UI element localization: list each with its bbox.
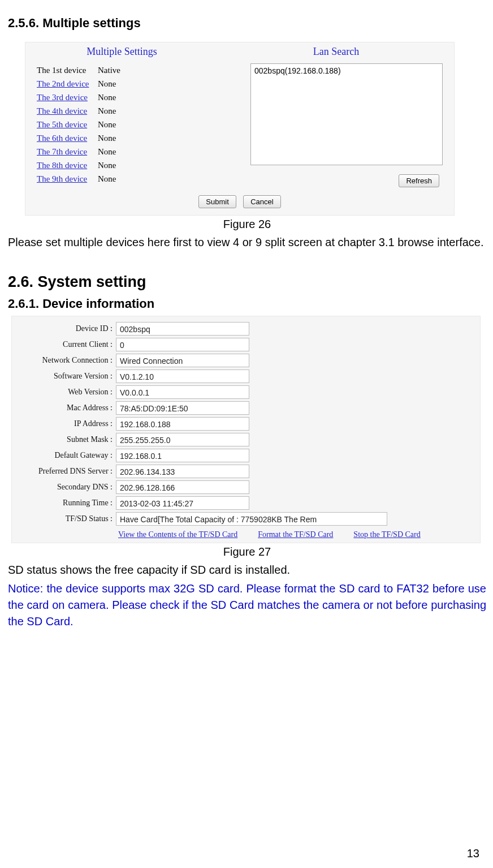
info-row: Running Time :2013-02-03 11:45:27 <box>18 496 474 510</box>
info-label: Device ID : <box>18 324 116 333</box>
device-value: None <box>93 79 116 89</box>
info-label: Web Version : <box>18 388 116 397</box>
device-value: None <box>93 93 116 102</box>
info-label: Running Time : <box>18 499 116 508</box>
sd-status-text: SD status shows the free capacity if SD … <box>8 562 486 578</box>
device-value: None <box>93 147 116 157</box>
device-label[interactable]: The 7th device <box>37 147 93 157</box>
device-row: The 2nd deviceNone <box>37 77 240 91</box>
device-value: Native <box>93 66 120 75</box>
device-label[interactable]: The 5th device <box>37 120 93 130</box>
info-value: V0.1.2.10 <box>116 369 249 383</box>
figure-26-description: Please set multiple devices here first t… <box>8 234 486 251</box>
cancel-button[interactable]: Cancel <box>243 195 280 208</box>
info-row: Software Version :V0.1.2.10 <box>18 369 474 383</box>
device-row: The 8th deviceNone <box>37 158 240 172</box>
info-value: 78:A5:DD:09:1E:50 <box>116 401 249 415</box>
device-label[interactable]: The 2nd device <box>37 79 93 89</box>
info-row: Preferred DNS Server :202.96.134.133 <box>18 465 474 478</box>
device-value: None <box>93 161 116 170</box>
page-number: 13 <box>467 847 479 860</box>
device-row: The 6th deviceNone <box>37 131 240 145</box>
info-row: Mac Address :78:A5:DD:09:1E:50 <box>18 401 474 415</box>
device-label[interactable]: The 3rd device <box>37 93 93 102</box>
view-sd-link[interactable]: View the Contents of the TF/SD Card <box>118 530 237 539</box>
info-value: 2013-02-03 11:45:27 <box>116 496 249 510</box>
info-value: 255.255.255.0 <box>116 433 249 446</box>
heading-2-6-1: 2.6.1. Device information <box>8 297 486 311</box>
figure-27-caption: Figure 27 <box>8 545 486 558</box>
device-label[interactable]: The 4th device <box>37 106 93 116</box>
stop-sd-link[interactable]: Stop the TF/SD Card <box>353 530 420 539</box>
info-row: Network Connection :Wired Connection <box>18 354 474 367</box>
info-label: Secondary DNS : <box>18 483 116 492</box>
info-row: Subnet Mask :255.255.255.0 <box>18 433 474 446</box>
info-row: Secondary DNS :202.96.128.166 <box>18 480 474 494</box>
info-value: 002bspq <box>116 322 249 336</box>
info-label: Subnet Mask : <box>18 435 116 444</box>
info-label: Network Connection : <box>18 356 116 365</box>
device-label[interactable]: The 9th device <box>37 174 93 184</box>
info-row: Default Gateway :192.168.0.1 <box>18 449 474 462</box>
device-label: The 1st device <box>37 66 93 75</box>
lan-search-header: Lan Search <box>218 42 454 62</box>
device-label[interactable]: The 6th device <box>37 134 93 143</box>
device-value: None <box>93 106 116 116</box>
refresh-button[interactable]: Refresh <box>399 174 439 187</box>
heading-2-5-6: 2.5.6. Multiple settings <box>8 16 486 31</box>
figure-26-caption: Figure 26 <box>8 218 486 231</box>
device-row: The 7th deviceNone <box>37 145 240 158</box>
device-row: The 9th deviceNone <box>37 172 240 186</box>
lan-search-item[interactable]: 002bspq(192.168.0.188) <box>254 66 439 75</box>
info-label: Software Version : <box>18 372 116 381</box>
device-row: The 3rd deviceNone <box>37 91 240 104</box>
device-value: None <box>93 120 116 130</box>
info-value: 192.168.0.188 <box>116 417 249 431</box>
device-value: None <box>93 174 116 184</box>
info-value: V0.0.0.1 <box>116 385 249 399</box>
device-row: The 4th deviceNone <box>37 104 240 118</box>
device-list: The 1st deviceNativeThe 2nd deviceNoneTh… <box>37 63 240 186</box>
info-label: Default Gateway : <box>18 451 116 460</box>
submit-button[interactable]: Submit <box>198 195 236 208</box>
device-row: The 5th deviceNone <box>37 118 240 131</box>
info-label: Mac Address : <box>18 403 116 412</box>
info-value: 202.96.128.166 <box>116 480 249 494</box>
info-row: TF/SD Status :Have Card[The Total Capaci… <box>18 512 474 526</box>
info-value: 192.168.0.1 <box>116 449 249 462</box>
heading-2-6: 2.6. System setting <box>8 273 486 291</box>
device-row: The 1st deviceNative <box>37 63 240 77</box>
notice-text: Notice: the device supports max 32G SD c… <box>8 581 486 630</box>
info-value: 0 <box>116 338 249 351</box>
lan-search-list[interactable]: 002bspq(192.168.0.188) <box>250 63 443 165</box>
info-label: Current Client : <box>18 340 116 349</box>
info-row: Web Version :V0.0.0.1 <box>18 385 474 399</box>
info-label: TF/SD Status : <box>18 514 116 523</box>
info-row: Current Client :0 <box>18 338 474 351</box>
info-label: IP Address : <box>18 419 116 428</box>
device-label[interactable]: The 8th device <box>37 161 93 170</box>
info-value: Have Card[The Total Capacity of : 775902… <box>116 512 387 526</box>
info-label: Preferred DNS Server : <box>18 467 116 476</box>
info-row: Device ID :002bspq <box>18 322 474 336</box>
info-value: 202.96.134.133 <box>116 465 249 478</box>
format-sd-link[interactable]: Format the TF/SD Card <box>258 530 333 539</box>
info-value: Wired Connection <box>116 354 249 367</box>
info-row: IP Address :192.168.0.188 <box>18 417 474 431</box>
multiple-settings-header: Multiple Settings <box>25 42 218 62</box>
device-value: None <box>93 134 116 143</box>
device-information-panel: Device ID :002bspqCurrent Client :0Netwo… <box>11 316 481 543</box>
multiple-settings-panel: Multiple Settings Lan Search The 1st dev… <box>25 42 455 216</box>
